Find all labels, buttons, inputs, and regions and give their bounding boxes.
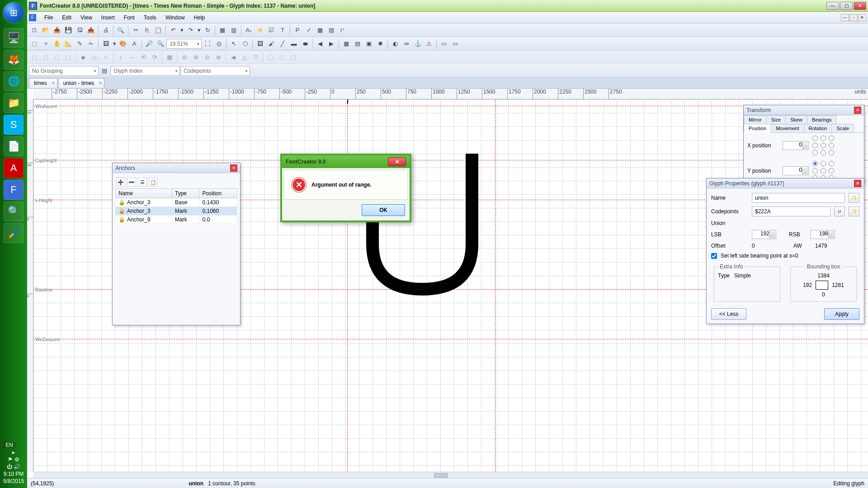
c11[interactable]: ⟳ [149, 52, 160, 63]
line-button[interactable]: ╱ [277, 38, 288, 49]
lasso-tool[interactable]: ⬠ [240, 38, 250, 49]
tf-tab-rotation[interactable]: Rotation [804, 124, 832, 133]
col-position[interactable]: Position [199, 189, 237, 198]
c16[interactable]: ⊗ [213, 52, 224, 63]
glyphprop-close-button[interactable]: ✕ [854, 180, 861, 187]
print-button[interactable]: 🖨 [100, 25, 111, 36]
gp-rsb-input[interactable]: 198 [811, 230, 835, 239]
knife-tool[interactable]: ✁ [85, 38, 96, 49]
c17[interactable]: ◀ [228, 52, 239, 63]
taskbar-app-firefox[interactable]: 🦊 [4, 50, 24, 70]
tf-tab-scale[interactable]: Scale [831, 124, 854, 133]
cut-button[interactable]: ✂ [130, 25, 141, 36]
tab-union-times[interactable]: union - times✕ [58, 78, 105, 88]
dialog-title-bar[interactable]: FontCreator 8.0 ✕ [282, 155, 410, 168]
tab-close-icon[interactable]: ✕ [52, 80, 55, 85]
gp-unicode-button[interactable]: U [834, 206, 845, 216]
c4[interactable]: ⬚ [63, 52, 74, 63]
c10[interactable]: ⟲ [138, 52, 149, 63]
taskbar-app-reader[interactable]: A [4, 158, 24, 178]
prev-glyph-button[interactable]: ◀ [315, 38, 326, 49]
measure-tool[interactable]: 📐 [63, 38, 74, 49]
menu-file[interactable]: File [40, 13, 57, 23]
grid-button[interactable]: ▦ [341, 38, 352, 49]
c13[interactable]: ⊘ [179, 52, 190, 63]
c18[interactable]: △ [239, 52, 250, 63]
image-tool[interactable]: 🖼 [100, 38, 111, 49]
table-row[interactable]: 🔒Anchor_3Mark0,1060 [116, 207, 237, 216]
tf-tab-size[interactable]: Size [766, 115, 786, 124]
glyphprop-title-bar[interactable]: Glyph Properties (glyph #1137) ✕ [707, 178, 864, 188]
guides-button[interactable]: ▣ [363, 38, 374, 49]
anchor-clipboard-button[interactable]: 📋 [149, 178, 158, 187]
table-row[interactable]: 🔒Anchor_3Base0,1430 [116, 198, 237, 207]
c2[interactable]: ⬚ [40, 52, 51, 63]
col-type[interactable]: Type [172, 189, 199, 198]
brush-button[interactable]: 🖌 [266, 38, 277, 49]
taskbar-app-fontcreator[interactable]: F [4, 180, 24, 200]
paste-button[interactable]: 📋 [153, 25, 164, 36]
tf-tab-mirror[interactable]: Mirror [744, 115, 767, 124]
install-button[interactable]: 📥 [52, 25, 62, 36]
zoom-combo[interactable]: 19.51% [166, 39, 202, 49]
menu-tools[interactable]: Tools [139, 13, 161, 23]
gp-setlsb-checkbox[interactable] [711, 253, 717, 259]
c6[interactable]: ◇ [89, 52, 100, 63]
horizontal-scrollbar[interactable] [33, 472, 868, 478]
redo-dropdown[interactable]: ▾ [196, 25, 202, 36]
menu-help[interactable]: Help [189, 13, 210, 23]
validate-button[interactable]: ✓ [303, 25, 314, 36]
ypos-input[interactable]: 0 [783, 166, 809, 175]
c3[interactable]: ⬚ [52, 52, 62, 63]
taskbar-app-explorer[interactable]: 📁 [4, 93, 24, 113]
dialog-ok-button[interactable]: OK [362, 204, 405, 216]
gp-less-button[interactable]: << Less [711, 308, 746, 320]
c21[interactable]: ⬚ [277, 52, 288, 63]
mdi-close-button[interactable]: ✕ [858, 14, 866, 21]
undo-dropdown[interactable]: ▾ [179, 25, 184, 36]
tray-date[interactable]: 5/8/2015 [3, 478, 24, 484]
taskbar-app-chrome[interactable]: 🌐 [4, 71, 24, 91]
point-tool[interactable]: ✧ [40, 38, 51, 49]
language-indicator[interactable]: EN [3, 442, 16, 448]
menu-insert[interactable]: Insert [97, 13, 119, 23]
tab-close-icon[interactable]: ✕ [99, 80, 102, 85]
fill-button[interactable]: ◐ [390, 38, 401, 49]
c12[interactable]: ▦ [164, 52, 175, 63]
codepoints-combo[interactable]: Codepoints [180, 66, 250, 76]
export-button[interactable]: 📤 [85, 25, 96, 36]
anchors-close-button[interactable]: ✕ [230, 164, 237, 172]
taskbar-app-skype[interactable]: S [4, 115, 24, 135]
start-button[interactable]: ⊞ [3, 2, 24, 23]
c1[interactable]: ⬚ [29, 52, 40, 63]
anchor-add-button[interactable]: ➕ [116, 178, 125, 187]
design-button[interactable]: ▧ [326, 25, 337, 36]
kern-button[interactable]: i⁺ [337, 25, 348, 36]
gp-code-input[interactable] [752, 206, 830, 216]
menu-view[interactable]: View [76, 13, 97, 23]
taskbar-app-magnify[interactable]: 🔍 [4, 202, 24, 221]
mdi-restore-button[interactable]: ▫ [849, 14, 858, 21]
center-button[interactable]: ◎ [213, 38, 224, 49]
minimize-button[interactable]: — [826, 2, 839, 10]
properties-button[interactable]: ▦ [217, 25, 228, 36]
menu-window[interactable]: Window [161, 13, 189, 23]
menu-edit[interactable]: Edit [57, 13, 76, 23]
c5[interactable]: ◆ [78, 52, 89, 63]
c15[interactable]: ⊖ [202, 52, 212, 63]
tab-times[interactable]: times✕ [29, 78, 57, 88]
gp-name-input[interactable] [752, 193, 845, 203]
table-row[interactable]: 🔒Anchor_9Mark0,0 [116, 216, 237, 224]
arrow-tool[interactable]: ↖ [228, 38, 239, 49]
anchor-remove-button[interactable]: ➖ [127, 178, 136, 187]
bearing-button[interactable]: ⇔ [401, 38, 412, 49]
taskbar-app-computer[interactable]: 🖥️ [4, 28, 24, 48]
new-button[interactable]: 🗋 [29, 25, 40, 36]
copy-button[interactable]: ⎘ [142, 25, 152, 36]
mdi-minimize-button[interactable]: — [841, 14, 849, 21]
anchors-title-bar[interactable]: Anchors ✕ [113, 163, 240, 173]
col-name[interactable]: Name [116, 189, 172, 198]
c14[interactable]: ⊕ [190, 52, 201, 63]
panel2-button[interactable]: ▭ [450, 38, 461, 49]
grouping-combo[interactable]: No Grouping [29, 66, 99, 76]
